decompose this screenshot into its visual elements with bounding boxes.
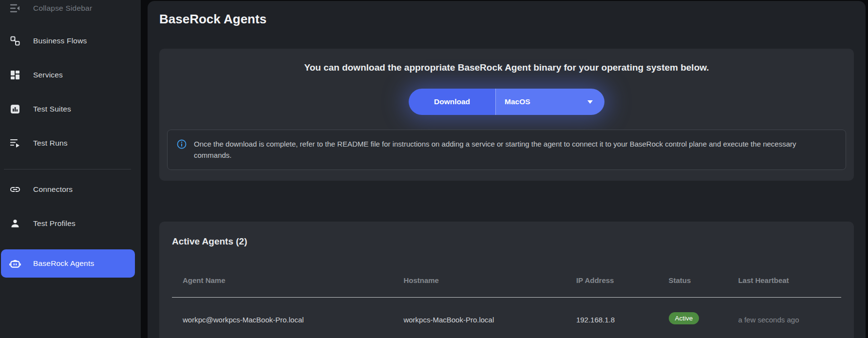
robot-icon (9, 257, 21, 270)
cell-last-heartbeat: a few seconds ago (727, 297, 841, 324)
chevron-down-icon (587, 100, 593, 104)
services-icon (9, 69, 21, 81)
download-card: You can download the appropriate BaseRoc… (159, 49, 854, 181)
sidebar-item-baserock-agents[interactable]: BaseRock Agents (1, 249, 135, 278)
test-profiles-icon (9, 217, 21, 230)
sidebar-divider (4, 169, 131, 169)
col-header-ip-address: IP Address (566, 276, 658, 298)
info-note-text: Once the download is complete, refer to … (194, 138, 833, 161)
collapse-sidebar-icon (9, 2, 21, 15)
cell-hostname: workpcs-MacBook-Pro.local (393, 297, 565, 324)
sidebar-item-label: Test Suites (33, 105, 71, 113)
sidebar-item-label: Test Runs (33, 139, 68, 148)
sidebar-item-test-suites[interactable]: Test Suites (1, 101, 135, 117)
sidebar-item-test-runs[interactable]: Test Runs (1, 135, 135, 151)
col-header-last-heartbeat: Last Heartbeat (727, 276, 841, 298)
sidebar-item-label: Services (33, 71, 63, 79)
col-header-hostname: Hostname (393, 276, 565, 298)
sidebar-item-label: Test Profiles (33, 219, 75, 228)
cell-ip-address: 192.168.1.8 (566, 297, 658, 324)
test-suites-icon (9, 103, 21, 115)
sidebar-item-label: BaseRock Agents (33, 259, 94, 268)
download-button[interactable]: Download (409, 89, 495, 115)
sidebar: Collapse Sidebar Business Flows Services… (0, 0, 141, 338)
agents-table: Agent Name Hostname IP Address Status La… (172, 276, 841, 324)
sidebar-item-label: Business Flows (33, 37, 87, 45)
status-badge: Active (669, 312, 699, 324)
active-agents-card: Active Agents (2) Agent Name Hostname IP… (159, 222, 854, 338)
page-title: BaseRock Agents (159, 12, 854, 27)
sidebar-item-test-profiles[interactable]: Test Profiles (1, 215, 135, 232)
download-heading: You can download the appropriate BaseRoc… (167, 62, 846, 73)
collapse-sidebar-button[interactable]: Collapse Sidebar (1, 0, 135, 17)
business-flows-icon (9, 35, 21, 47)
collapse-sidebar-label: Collapse Sidebar (33, 4, 92, 13)
table-header-row: Agent Name Hostname IP Address Status La… (172, 276, 841, 298)
col-header-status: Status (658, 276, 728, 298)
info-note: Once the download is complete, refer to … (167, 130, 846, 170)
os-select-value: MacOS (505, 97, 530, 106)
col-header-agent-name: Agent Name (172, 276, 393, 298)
sidebar-item-services[interactable]: Services (1, 67, 135, 83)
test-runs-icon (9, 137, 21, 150)
sidebar-item-business-flows[interactable]: Business Flows (1, 33, 135, 49)
active-agents-heading: Active Agents (2) (172, 236, 841, 247)
info-icon (176, 139, 187, 150)
cell-agent-name: workpc@workpcs-MacBook-Pro.local (172, 297, 393, 324)
cell-status: Active (658, 297, 728, 324)
sidebar-item-label: Connectors (33, 185, 73, 194)
download-split-button: Download MacOS (409, 89, 604, 115)
table-row: workpc@workpcs-MacBook-Pro.local workpcs… (172, 297, 841, 324)
main-panel: BaseRock Agents You can download the app… (148, 1, 866, 338)
connectors-icon (9, 183, 21, 196)
sidebar-item-connectors[interactable]: Connectors (1, 181, 135, 198)
os-select[interactable]: MacOS (495, 89, 604, 115)
